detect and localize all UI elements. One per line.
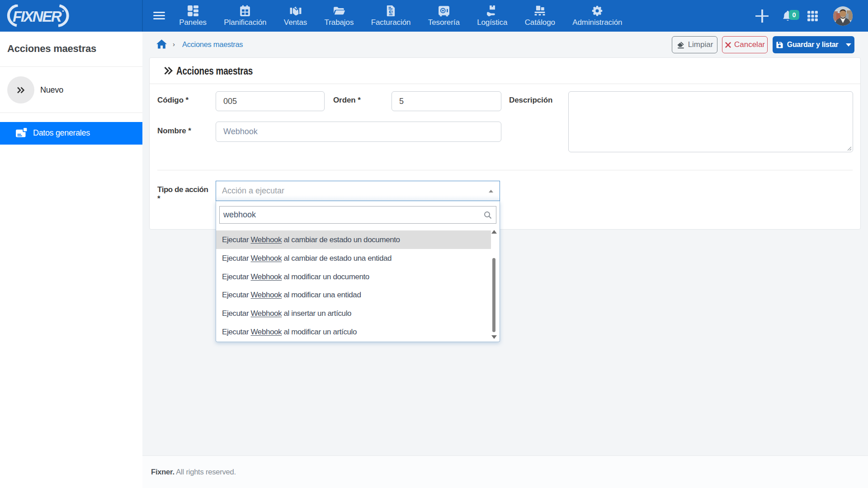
svg-text:$: $ [390,9,392,14]
svg-text:FIXNER: FIXNER [13,8,62,25]
